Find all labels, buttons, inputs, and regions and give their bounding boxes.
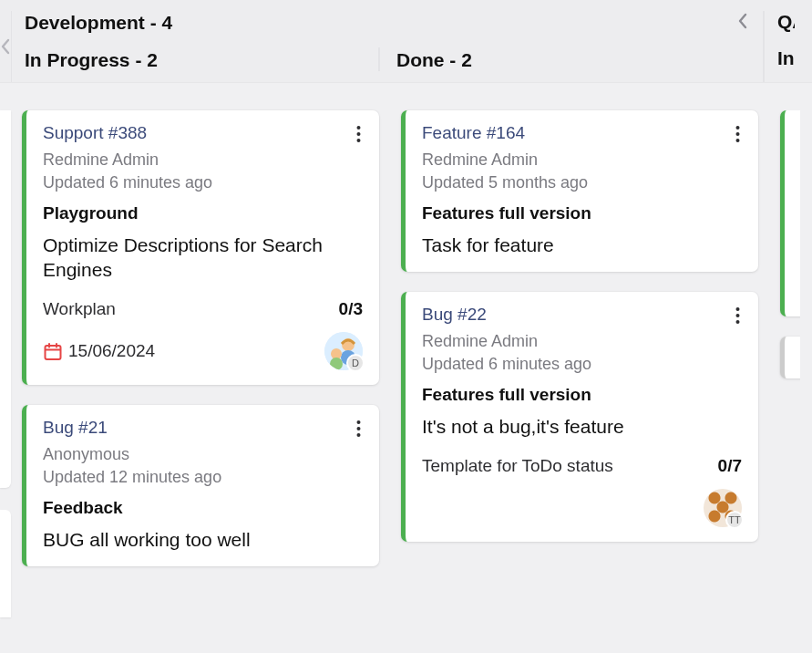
svg-rect-11 — [330, 358, 343, 370]
svg-point-12 — [357, 420, 361, 424]
due-date: 15/06/2024 — [43, 341, 155, 361]
issue-author: Redmine Admin — [422, 332, 742, 351]
subcolumn-row: In Progress - 2 Done - 2 — [25, 47, 750, 71]
peek-card[interactable] — [0, 510, 11, 617]
svg-point-18 — [736, 307, 740, 311]
issue-link[interactable]: Bug #21 — [43, 418, 108, 438]
checklist-name: Template for ToDo status — [422, 456, 613, 476]
issue-author: Redmine Admin — [422, 150, 742, 170]
column-group-qa: QA In — [764, 11, 795, 82]
svg-point-14 — [357, 433, 361, 437]
svg-point-13 — [357, 427, 361, 430]
peek-card[interactable] — [0, 110, 11, 488]
svg-point-20 — [736, 320, 740, 324]
issue-updated: Updated 6 minutes ago — [43, 173, 363, 192]
more-vertical-icon — [735, 306, 740, 325]
card-more-button[interactable] — [734, 305, 742, 326]
svg-point-2 — [357, 139, 361, 142]
offscreen-left-peek — [0, 110, 11, 617]
svg-point-19 — [736, 314, 740, 317]
issue-updated: Updated 6 minutes ago — [422, 355, 742, 374]
scroll-left-edge — [0, 11, 11, 82]
issue-link[interactable]: Support #388 — [43, 123, 147, 143]
svg-rect-3 — [46, 346, 61, 359]
issue-card[interactable]: Support #388 Redmine Admin Updated 6 min… — [22, 110, 379, 385]
column-group-title: QA — [777, 11, 782, 33]
svg-point-1 — [357, 132, 361, 136]
avatar-badge: TT — [725, 511, 744, 529]
more-vertical-icon — [356, 420, 361, 438]
checklist-progress: 0/7 — [718, 456, 742, 476]
collapse-group-button[interactable] — [728, 11, 750, 35]
svg-point-17 — [736, 139, 740, 142]
issue-author: Anonymous — [43, 445, 363, 464]
calendar-icon — [43, 342, 61, 360]
avatar-badge: D — [346, 354, 365, 372]
lane-qa-in: F R U F C — [769, 110, 800, 617]
issue-title: It's not a bug,it's feature — [422, 414, 742, 439]
checklist-progress: 0/3 — [339, 299, 363, 319]
lane-done: Feature #164 Redmine Admin Updated 5 mon… — [390, 110, 769, 617]
issue-card[interactable]: F R U F C — [780, 110, 800, 316]
issue-title: BUG all working too well — [43, 527, 363, 552]
column-group-title-text: QA — [777, 11, 795, 33]
subcolumn-qa-in: In — [777, 46, 795, 69]
chevron-left-icon — [1, 38, 10, 55]
more-vertical-icon — [356, 125, 361, 143]
issue-card[interactable] — [780, 337, 800, 378]
issue-project: Features full version — [422, 203, 742, 223]
board-column-header: Development - 4 In Progress - 2 Done - 2… — [0, 0, 812, 83]
svg-point-15 — [736, 126, 740, 130]
subcolumn-in-progress: In Progress - 2 — [25, 47, 378, 71]
issue-updated: Updated 12 minutes ago — [43, 468, 363, 487]
svg-point-0 — [357, 126, 361, 130]
issue-link[interactable]: Bug #22 — [422, 305, 487, 325]
issue-project: Features full version — [422, 385, 742, 405]
more-vertical-icon — [735, 125, 740, 143]
issue-project: Playground — [43, 203, 363, 223]
column-group-title: Development - 4 — [25, 11, 750, 35]
issue-link[interactable]: Feature #164 — [422, 123, 525, 143]
board-body: Support #388 Redmine Admin Updated 6 min… — [0, 83, 812, 617]
chevron-left-icon — [735, 13, 750, 29]
issue-updated: Updated 5 months ago — [422, 173, 742, 192]
issue-card[interactable]: Bug #21 Anonymous Updated 12 minutes ago… — [22, 405, 379, 566]
card-more-button[interactable] — [734, 123, 742, 145]
card-more-button[interactable] — [355, 418, 363, 440]
issue-title: Task for feature — [422, 233, 742, 257]
issue-card[interactable]: Feature #164 Redmine Admin Updated 5 mon… — [401, 110, 758, 272]
column-group-title-text: Development - 4 — [25, 12, 172, 34]
assignee-avatar[interactable]: TT — [704, 489, 742, 527]
assignee-avatar[interactable]: D — [324, 332, 363, 370]
subcolumn-done: Done - 2 — [378, 47, 750, 71]
card-more-button[interactable] — [355, 123, 363, 145]
column-group-development: Development - 4 In Progress - 2 Done - 2 — [11, 11, 764, 82]
svg-point-16 — [736, 132, 740, 136]
issue-title: Optimize Descriptions for Search Engines — [43, 233, 363, 283]
issue-project: Feedback — [43, 498, 363, 518]
subcolumn-row: In — [777, 46, 782, 69]
lane-in-progress: Support #388 Redmine Admin Updated 6 min… — [11, 110, 390, 617]
issue-card[interactable]: Bug #22 Redmine Admin Updated 6 minutes … — [401, 292, 758, 541]
due-date-text: 15/06/2024 — [68, 341, 155, 361]
issue-author: Redmine Admin — [43, 150, 363, 170]
checklist-name: Workplan — [43, 299, 116, 319]
